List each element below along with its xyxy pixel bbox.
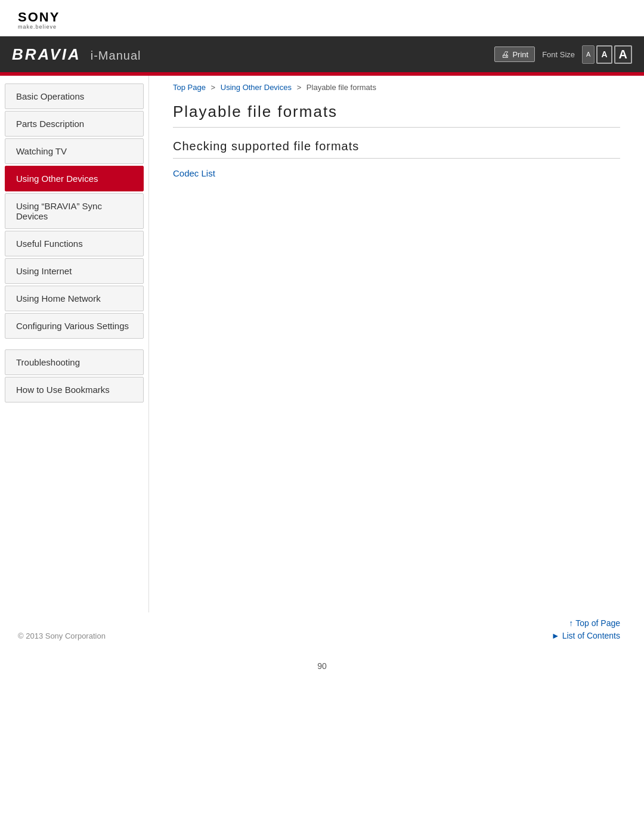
imanual-text: i-Manual [91, 49, 141, 63]
list-of-contents-label: List of Contents [562, 631, 620, 640]
section-title: Checking supported file formats [173, 140, 620, 159]
bravia-logo: BRAVIA [12, 45, 81, 64]
header-right: 🖨 Print Font Size A A A [494, 45, 632, 64]
page-number: 90 [0, 652, 644, 680]
sony-tagline: make.believe [18, 24, 626, 30]
list-arrow-icon: ► [552, 631, 560, 640]
font-size-label: Font Size [542, 50, 575, 59]
page-title: Playable file formats [173, 103, 620, 128]
sidebar-item-home-network[interactable]: Using Home Network [5, 286, 144, 311]
font-small-button[interactable]: A [582, 45, 595, 64]
breadcrumb-sep-1: > [211, 83, 218, 92]
top-of-page-link[interactable]: ↑ Top of Page [569, 618, 620, 628]
header-left: BRAVIA i-Manual [12, 45, 141, 64]
sidebar-item-watching-tv[interactable]: Watching TV [5, 138, 144, 164]
breadcrumb-top-page[interactable]: Top Page [173, 83, 206, 92]
codec-list-link[interactable]: Codec List [173, 168, 215, 178]
header-bar: BRAVIA i-Manual 🖨 Print Font Size A A A [0, 36, 644, 72]
font-size-controls: A A A [582, 45, 632, 64]
print-icon: 🖨 [501, 49, 509, 59]
main-layout: Basic Operations Parts Description Watch… [0, 76, 644, 612]
sidebar-item-bravia-sync[interactable]: Using “BRAVIA” Sync Devices [5, 193, 144, 229]
top-arrow-icon: ↑ [569, 618, 573, 628]
print-label: Print [512, 50, 528, 59]
breadcrumb-current: Playable file formats [306, 83, 376, 92]
list-of-contents-link[interactable]: ► List of Contents [552, 631, 620, 640]
sidebar-item-troubleshooting[interactable]: Troubleshooting [5, 349, 144, 375]
sidebar-item-parts-description[interactable]: Parts Description [5, 111, 144, 137]
font-medium-button[interactable]: A [596, 45, 612, 64]
sidebar-item-configuring-settings[interactable]: Configuring Various Settings [5, 313, 144, 339]
font-large-button[interactable]: A [614, 45, 632, 64]
sidebar-item-using-internet[interactable]: Using Internet [5, 258, 144, 284]
bottom-links: ↑ Top of Page ► List of Contents [552, 618, 620, 640]
sony-logo: SONY make.believe [18, 11, 626, 30]
breadcrumb: Top Page > Using Other Devices > Playabl… [173, 76, 620, 97]
print-button[interactable]: 🖨 Print [494, 47, 535, 62]
logo-area: SONY make.believe [0, 0, 644, 36]
sidebar-spacer [0, 340, 148, 348]
sidebar-item-how-to-use[interactable]: How to Use Bookmarks [5, 377, 144, 402]
copyright-text: © 2013 Sony Corporation [18, 631, 106, 640]
sony-brand: SONY [18, 11, 626, 24]
top-of-page-label: Top of Page [575, 618, 620, 628]
sidebar-item-useful-functions[interactable]: Useful Functions [5, 231, 144, 256]
content-area: Top Page > Using Other Devices > Playabl… [149, 76, 644, 612]
sidebar: Basic Operations Parts Description Watch… [0, 76, 149, 612]
breadcrumb-using-other-devices[interactable]: Using Other Devices [221, 83, 292, 92]
bottom-bar: © 2013 Sony Corporation ↑ Top of Page ► … [0, 612, 644, 652]
sidebar-item-using-other-devices[interactable]: Using Other Devices [5, 166, 144, 191]
sidebar-item-basic-operations[interactable]: Basic Operations [5, 83, 144, 109]
breadcrumb-sep-2: > [297, 83, 304, 92]
